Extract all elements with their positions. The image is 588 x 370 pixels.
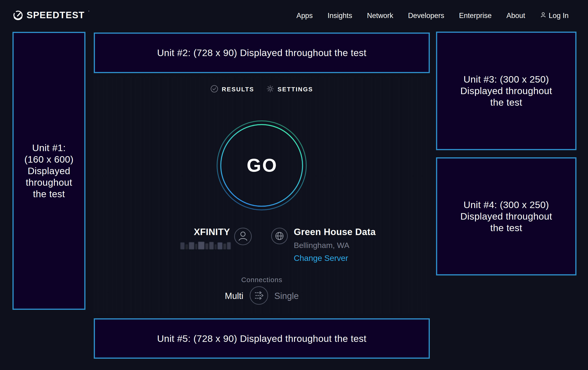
isp-user-icon — [234, 228, 252, 246]
ad-text-line: Unit #1: — [32, 142, 66, 154]
ad-text-line: Displayed — [28, 165, 70, 177]
redacted-ip-address — [180, 241, 231, 249]
go-button[interactable]: GO — [216, 120, 307, 210]
nav-item-apps[interactable]: Apps — [296, 11, 313, 20]
tab-settings-label: SETTINGS — [278, 86, 313, 93]
login-button[interactable]: Log In — [540, 11, 569, 20]
ad-text-line: Displayed throughout — [460, 85, 552, 97]
ad-unit-1-skyscraper[interactable]: Unit #1: (160 x 600) Displayed throughou… — [12, 32, 85, 310]
user-icon — [540, 11, 546, 20]
ad-text-line: throughout — [26, 177, 72, 188]
speedtest-logo[interactable]: SPEEDTEST ’ — [13, 10, 89, 21]
server-info: Green House Data Bellingham, WA Change S… — [294, 227, 376, 262]
speedtest-gauge-icon — [13, 10, 23, 21]
logo-wordmark: SPEEDTEST — [27, 10, 84, 20]
server-globe-icon — [271, 228, 288, 245]
nav-item-insights[interactable]: Insights — [327, 11, 352, 20]
server-location: Bellingham, WA — [294, 241, 376, 250]
check-circle-icon — [210, 85, 218, 94]
connections-multi-option[interactable]: Multi — [225, 291, 243, 301]
speedtest-page: SPEEDTEST ’ Apps Insights Network Develo… — [0, 0, 588, 370]
ad-text-line: Displayed throughout — [460, 210, 552, 222]
connections-label: Connections — [94, 276, 430, 284]
isp-name: XFINITY — [171, 227, 230, 237]
top-navigation-bar: SPEEDTEST ’ Apps Insights Network Develo… — [0, 0, 588, 31]
change-server-link[interactable]: Change Server — [294, 254, 376, 262]
connections-single-option[interactable]: Single — [274, 291, 299, 301]
ad-text-line: Unit #3: (300 x 250) — [463, 74, 549, 85]
go-button-label: GO — [216, 120, 307, 210]
nav-item-network[interactable]: Network — [367, 11, 393, 20]
ad-text-line: the test — [490, 222, 522, 234]
ad-unit-4-rectangle[interactable]: Unit #4: (300 x 250) Displayed throughou… — [436, 157, 577, 275]
ad-text-line: the test — [33, 188, 65, 200]
tab-results-label: RESULTS — [222, 86, 254, 93]
ad-text-line: (160 x 600) — [24, 154, 74, 165]
ad-text-line: the test — [490, 97, 522, 108]
ad-text-line: Unit #2: (728 x 90) Displayed throughout… — [157, 47, 367, 59]
trademark-mark: ’ — [88, 10, 89, 15]
ad-unit-2-leaderboard[interactable]: Unit #2: (728 x 90) Displayed throughout… — [94, 32, 430, 73]
nav-menu: Apps Insights Network Developers Enterpr… — [296, 11, 569, 20]
ad-text-line: Unit #5: (728 x 90) Displayed throughout… — [157, 333, 367, 344]
server-name: Green House Data — [294, 227, 376, 237]
ad-unit-3-rectangle[interactable]: Unit #3: (300 x 250) Displayed throughou… — [436, 32, 577, 150]
ad-unit-5-leaderboard[interactable]: Unit #5: (728 x 90) Displayed throughout… — [94, 318, 430, 359]
results-settings-bar: RESULTS SETTINGS — [94, 85, 430, 94]
ad-text-line: Unit #4: (300 x 250) — [463, 199, 549, 210]
nav-item-enterprise[interactable]: Enterprise — [459, 11, 492, 20]
nav-item-about[interactable]: About — [506, 11, 525, 20]
tab-results[interactable]: RESULTS — [210, 85, 254, 94]
connections-toggle-row: Multi Single — [94, 286, 430, 306]
gear-icon — [266, 85, 274, 94]
tab-settings[interactable]: SETTINGS — [266, 85, 313, 94]
connections-toggle-icon[interactable] — [249, 286, 268, 306]
nav-item-developers[interactable]: Developers — [408, 11, 444, 20]
